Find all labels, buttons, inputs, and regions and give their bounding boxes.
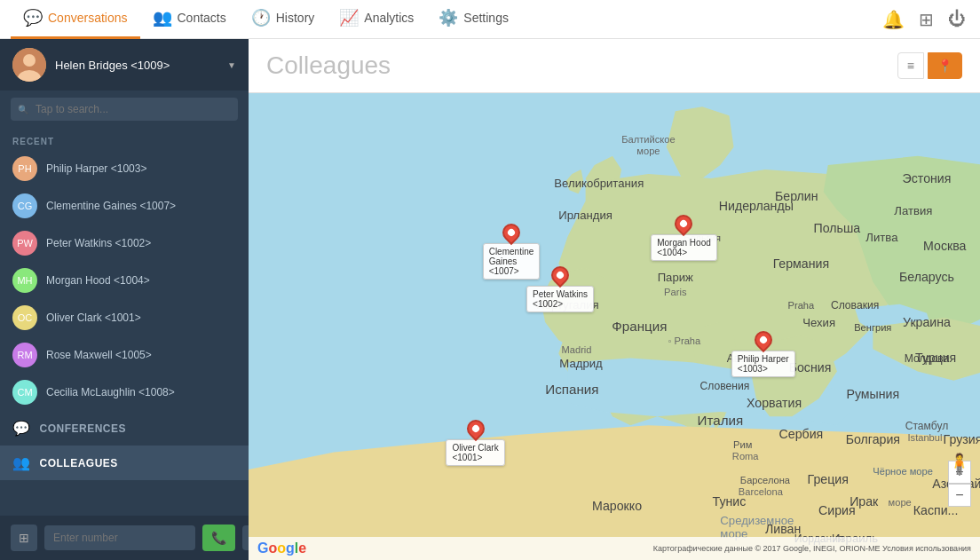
conversations-icon: 💬: [23, 8, 43, 28]
list-item[interactable]: RM Rose Maxwell <1005>: [0, 336, 249, 374]
svg-text:Великобритания: Великобритания: [554, 177, 644, 190]
svg-text:Стамбул: Стамбул: [905, 420, 949, 432]
list-item[interactable]: CM Cecilia McLaughlin <1008>: [0, 374, 249, 411]
svg-text:Греция: Греция: [808, 472, 849, 486]
recent-name: Morgan Hood <1004>: [46, 274, 150, 287]
svg-text:Рим: Рим: [733, 439, 752, 450]
sidebar-user[interactable]: Helen Bridges <1009> ▼: [0, 39, 249, 91]
notifications-button[interactable]: 🔔: [879, 5, 908, 34]
svg-text:Сирия: Сирия: [818, 503, 856, 517]
avatar: MH: [12, 268, 37, 293]
list-item[interactable]: OC Oliver Clark <1001>: [0, 299, 249, 336]
search-input[interactable]: [11, 98, 238, 121]
map-marker-peter[interactable]: Peter Watkins<1002>: [526, 266, 594, 312]
svg-text:море: море: [636, 146, 660, 156]
svg-text:Болгария: Болгария: [846, 432, 900, 446]
power-button[interactable]: ⏻: [944, 5, 969, 33]
nav-contacts[interactable]: 👥 Contacts: [140, 0, 239, 39]
nav-settings-label: Settings: [463, 11, 509, 25]
map-attribution: Картографические данные © 2017 Google, I…: [653, 544, 971, 553]
sidebar: Helen Bridges <1009> ▼ RECENT PH Philip …: [0, 39, 249, 560]
grid-menu-button[interactable]: ⊞: [915, 5, 937, 34]
page-title: Colleagues: [266, 51, 391, 80]
svg-text:Istanbul: Istanbul: [908, 432, 943, 443]
svg-text:Paris: Paris: [664, 287, 687, 297]
user-dropdown-arrow: ▼: [227, 60, 236, 70]
svg-text:Испания: Испания: [545, 382, 598, 397]
svg-text:Хорватия: Хорватия: [747, 396, 802, 410]
svg-text:Берлин: Берлин: [775, 189, 818, 203]
svg-text:Madrid: Madrid: [562, 344, 592, 355]
svg-text:Германия: Германия: [773, 256, 829, 271]
svg-text:Беларусь: Беларусь: [899, 270, 954, 284]
list-item[interactable]: PW Peter Watkins <1002>: [0, 225, 249, 262]
zoom-out-button[interactable]: −: [948, 484, 971, 507]
colleagues-icon: 👥: [12, 454, 31, 471]
map-marker-oliver[interactable]: Oliver Clark<1001>: [446, 420, 504, 466]
map-container: Балтийское море Эстония Латвия Литва Мос…: [249, 93, 980, 560]
recent-label: RECENT: [0, 128, 249, 150]
sidebar-item-colleagues[interactable]: 👥 COLLEAGUES: [0, 446, 249, 480]
svg-text:Чехия: Чехия: [802, 316, 835, 329]
sidebar-item-colleagues-label: COLLEAGUES: [40, 457, 118, 469]
street-view-pegman[interactable]: 🧍: [947, 453, 971, 476]
avatar: PH: [12, 156, 37, 181]
svg-text:Франция: Франция: [612, 319, 667, 334]
list-item[interactable]: MH Morgan Hood <1004>: [0, 262, 249, 299]
svg-text:Румыния: Румыния: [846, 387, 899, 401]
svg-text:Roma: Roma: [732, 451, 759, 461]
nav-conversations[interactable]: 💬 Conversations: [11, 0, 140, 39]
contacts-icon: 👥: [153, 8, 172, 28]
svg-text:Мадрид: Мадрид: [559, 357, 603, 370]
map-view-button[interactable]: 📍: [928, 52, 962, 79]
user-avatar: [12, 48, 46, 82]
svg-point-1: [23, 54, 36, 67]
nav-analytics-label: Analytics: [364, 11, 414, 25]
user-name: Helen Bridges <1009>: [55, 59, 170, 72]
main-layout: Helen Bridges <1009> ▼ RECENT PH Philip …: [0, 39, 980, 560]
avatar: PW: [12, 231, 37, 256]
nav-analytics[interactable]: 📈 Analytics: [327, 0, 426, 39]
svg-text:Москва: Москва: [923, 239, 966, 253]
recent-name: Philip Harper <1003>: [46, 162, 146, 175]
content-area: Colleagues ≡ 📍: [249, 39, 980, 560]
list-item[interactable]: CG Clementine Gaines <1007>: [0, 187, 249, 225]
svg-text:Словакия: Словакия: [831, 299, 879, 312]
marker-label-philip: Philip Harper<1003>: [731, 351, 795, 377]
marker-label-oliver: Oliver Clark<1001>: [446, 439, 504, 466]
svg-text:Эстония: Эстония: [903, 171, 952, 185]
avatar: OC: [12, 305, 37, 330]
svg-text:Польша: Польша: [814, 221, 861, 235]
nav-settings[interactable]: ⚙️ Settings: [426, 0, 521, 39]
svg-text:Италия: Италия: [698, 413, 744, 428]
map-background[interactable]: Балтийское море Эстония Латвия Литва Мос…: [249, 93, 980, 560]
dialpad-button[interactable]: ⊞: [11, 525, 37, 551]
svg-text:◦ Praha: ◦ Praha: [668, 335, 701, 346]
svg-text:Сербия: Сербия: [779, 427, 824, 441]
call-button[interactable]: 📞: [202, 525, 235, 551]
map-footer: Google Картографические данные © 2017 Go…: [249, 537, 980, 560]
svg-text:Чёрное море: Чёрное море: [873, 466, 933, 477]
recent-name: Rose Maxwell <1005>: [46, 349, 152, 361]
view-toggle: ≡ 📍: [897, 52, 962, 79]
dial-input[interactable]: [44, 525, 195, 550]
sidebar-bottom: ⊞ 📞 ▼: [0, 516, 249, 560]
sidebar-item-conferences[interactable]: 💬 CONFERENCES: [0, 411, 249, 446]
list-item[interactable]: PH Philip Harper <1003>: [0, 150, 249, 187]
list-view-button[interactable]: ≡: [897, 52, 924, 79]
map-marker-morgan[interactable]: Morgan Hood<1004>: [651, 215, 717, 261]
history-icon: 🕐: [251, 8, 271, 28]
svg-text:море: море: [889, 497, 912, 508]
sidebar-search-area: [0, 91, 249, 128]
svg-text:Латвия: Латвия: [894, 204, 932, 217]
nav-contacts-label: Contacts: [178, 11, 226, 25]
svg-text:Барселона: Барселона: [740, 475, 791, 485]
recent-name: Peter Watkins <1002>: [46, 237, 151, 249]
sidebar-item-conferences-label: CONFERENCES: [40, 422, 127, 435]
content-header: Colleagues ≡ 📍: [249, 39, 980, 93]
marker-label-morgan: Morgan Hood<1004>: [651, 234, 717, 261]
avatar: RM: [12, 343, 37, 367]
map-marker-philip[interactable]: Philip Harper<1003>: [731, 331, 795, 377]
nav-history[interactable]: 🕐 History: [239, 0, 328, 39]
svg-text:Балтийское: Балтийское: [621, 134, 675, 145]
